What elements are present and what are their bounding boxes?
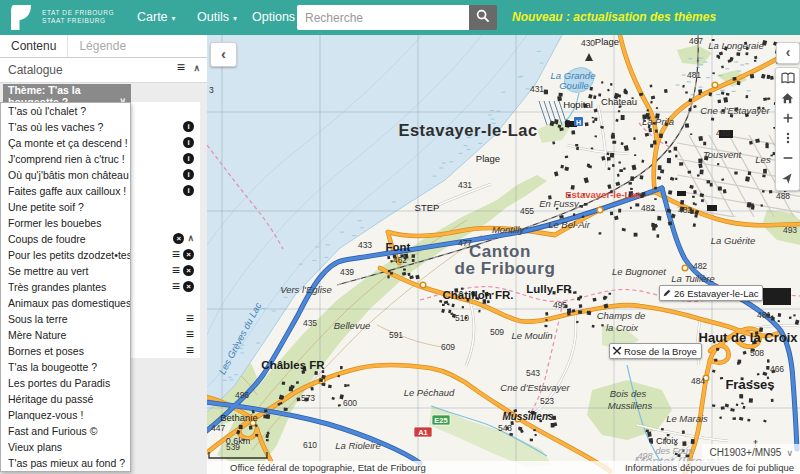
map-area[interactable]: H††Estavayer-le-LacCantonde FribourgChât… [207,35,800,474]
chevron-down-icon: ▾ [172,14,176,23]
layer-actions-row: ≡ [131,326,200,342]
theme-option[interactable]: Où qu'j'bâtis mon château ? [1,167,130,183]
theme-option[interactable]: Faites gaffe aux cailloux ! [1,183,130,199]
close-icon[interactable]: × [183,265,194,276]
layer-actions-row [131,214,200,230]
theme-option[interactable]: T'as pas mieux au fond ? [1,455,130,471]
close-icon[interactable]: × [173,233,184,244]
info-icon[interactable]: i [183,121,194,132]
collapse-sidebar-button[interactable]: ‹ [210,42,237,67]
fribourg-logo [10,4,36,31]
info-icon[interactable]: i [183,137,194,148]
road-shield: A1 [418,428,428,437]
map-feature-chip[interactable]: Rose de la Broye [609,343,702,359]
map-label: 489 [716,128,730,138]
map-label: de Fribourg [454,259,555,278]
layer-actions-row: i [131,118,200,134]
map-label: 482 [678,205,692,215]
map-label: 495 [553,300,567,310]
map-label: Montilly [492,224,525,235]
layer-actions-row [131,198,200,214]
chevron-down-icon: ▾ [233,14,237,23]
map-label: Bethanie [220,412,258,423]
map-label: La Rioleire [335,440,380,451]
map-label: Châtillon FR. [443,289,514,301]
theme-option[interactable]: T'as où les vaches ? [1,119,130,135]
map-label: 3 [209,85,214,95]
theme-option[interactable]: Bornes et poses [1,343,130,359]
locate-button[interactable] [776,168,799,188]
theme-option[interactable]: Vieux plans [1,439,130,455]
theme-option[interactable]: J'comprend rien à c'truc ! [1,151,130,167]
crs-selector[interactable]: CH1903+/MN95∨ [702,444,800,462]
chevron-up-icon[interactable]: ∧ [193,63,200,74]
map-canvas[interactable]: H††Estavayer-le-LacCantonde FribourgChât… [207,35,800,474]
theme-option[interactable]: Fast and Furious © [1,423,130,439]
theme-option[interactable]: Très grandes plantes [1,279,130,295]
menu-icon[interactable]: ≡ [172,281,180,292]
theme-option[interactable]: Ça monte et ça descend ! [1,135,130,151]
theme-option[interactable]: Former les bouebes [1,215,130,231]
theme-option[interactable]: T'as la bougeotte ? [1,359,130,375]
menu-options[interactable]: Options▾ [252,0,303,35]
theme-option[interactable]: Sous la terre [1,311,130,327]
menu-icon[interactable]: ≡ [186,345,194,356]
layer-actions-row: i [131,150,200,166]
zoom-out-button[interactable] [776,148,799,168]
map-label: 481 [687,70,701,80]
theme-option[interactable]: Une petite soif ? [1,199,130,215]
search-icon [476,9,490,23]
map-label: La Longeraie [708,40,763,51]
collapse-tools-button[interactable]: ‹ [776,42,800,64]
catalogue-header[interactable]: Catalogue ≡ ∧ [0,58,207,83]
chevron-down-icon: ∨ [786,448,793,458]
tab-legende[interactable]: Légende [67,35,137,57]
zoom-in-button[interactable] [776,108,799,128]
map-label: Bois des [610,388,647,399]
map-label: STEP [415,202,440,213]
map-label: La Guérite [711,235,755,246]
search-button[interactable] [469,5,497,30]
map-label: Tousvent [703,149,742,160]
search-input[interactable] [297,5,469,30]
chevron-up-icon[interactable]: ∧ [187,233,194,244]
close-icon[interactable]: × [183,281,194,292]
theme-option[interactable]: Animaux pas domestiques [1,295,130,311]
info-icon[interactable]: i [183,169,194,180]
top-bar: ETAT DE FRIBOURG STAAT FREIBURG Carte▾ O… [0,0,800,35]
info-icon[interactable]: i [183,153,194,164]
menu-icon[interactable]: ≡ [172,265,180,276]
theme-option[interactable]: T'as où l'chalet ? [1,103,130,119]
menu-icon[interactable]: ≡ [186,329,194,340]
menu-icon[interactable]: ≡ [186,313,194,324]
map-feature-chip[interactable]: 26 Estavayer-le-Lac [659,285,763,301]
info-icon[interactable]: i [183,185,194,196]
layer-actions-row: ≡× [131,262,200,278]
theme-option[interactable]: Coups de foudre [1,231,130,247]
theme-option[interactable]: Les portes du Paradis [1,375,130,391]
map-label: La Prila [642,116,674,127]
menu-icon[interactable]: ≡ [172,249,180,260]
home-button[interactable] [776,88,799,108]
logo-text: ETAT DE FRIBOURG STAAT FREIBURG [42,9,114,25]
map-label: Les [755,154,771,165]
theme-option[interactable]: Se mettre au vert [1,263,130,279]
catalogue-label: Catalogue [8,58,63,82]
map-label: 508 [750,348,764,358]
map-label: 498 [637,451,652,461]
menu-outils[interactable]: Outils▾ [197,0,237,35]
news-notice[interactable]: Nouveau : actualisation des thèmes [512,0,716,35]
theme-option[interactable]: Pour les petits dzodzet•tes [1,247,130,263]
map-label: Estavayer-le-Lac [398,121,537,139]
tab-contenu[interactable]: Contenu [0,35,67,57]
zoom-slider[interactable] [776,128,799,148]
basemap-button[interactable] [776,68,799,88]
theme-option[interactable]: Planquez-vous ! [1,407,130,423]
menu-icon[interactable]: ≡ [177,62,185,73]
menu-carte[interactable]: Carte▾ [137,0,176,35]
theme-selector-button[interactable]: Thème: T'as la bougeotte ?∨ [3,84,131,102]
theme-option[interactable]: Héritage du passé [1,391,130,407]
close-icon[interactable]: × [183,249,194,260]
theme-option[interactable]: Mère Nature [1,327,130,343]
layer-actions-row: i [131,182,200,198]
